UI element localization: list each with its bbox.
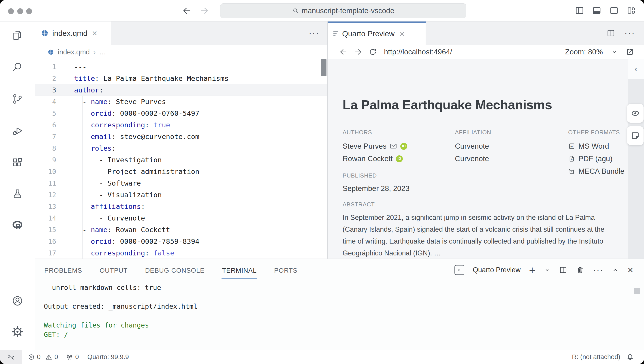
- terminal-process-icon: [454, 265, 464, 275]
- code-line[interactable]: 6 corresponding: true: [35, 119, 327, 131]
- panel-tab-terminal[interactable]: TERMINAL: [222, 261, 257, 279]
- history-back-button[interactable]: [182, 6, 192, 16]
- line-number: 16: [35, 237, 56, 245]
- r-extension-icon[interactable]: R: [12, 219, 23, 231]
- split-editor-icon[interactable]: [606, 29, 615, 38]
- code-line[interactable]: 13 affiliations:: [35, 201, 327, 212]
- editor-more-actions-icon[interactable]: ···: [308, 28, 319, 39]
- maximize-panel-icon[interactable]: [612, 266, 619, 273]
- history-forward-button[interactable]: [200, 6, 210, 16]
- code-line[interactable]: 16 orcid: 0000-0002-7859-8394: [35, 235, 327, 247]
- code-line[interactable]: 14 - Curvenote: [35, 212, 327, 224]
- source-control-icon[interactable]: [12, 93, 23, 105]
- preview-refresh-icon[interactable]: [368, 48, 377, 56]
- preview-forward-icon[interactable]: [354, 48, 362, 56]
- preview-url-bar: http://localhost:4964/ Zoom: 80%: [328, 45, 644, 59]
- code-text: - Visualization: [74, 189, 162, 201]
- code-line[interactable]: 12 - Visualization: [35, 189, 327, 201]
- code-line[interactable]: 3author:: [35, 84, 327, 96]
- format-link[interactable]: MECA Bundle: [578, 167, 624, 176]
- orcid-icon[interactable]: iD: [400, 143, 407, 150]
- preview-url[interactable]: http://localhost:4964/: [384, 48, 452, 56]
- new-terminal-icon[interactable]: +: [529, 264, 535, 276]
- line-number: 7: [35, 133, 56, 141]
- terminal-dropdown-icon[interactable]: [544, 267, 550, 273]
- testing-icon[interactable]: [12, 188, 23, 200]
- warning-count: 0: [54, 353, 58, 361]
- panel-tabs: PROBLEMSOUTPUTDEBUG CONSOLETERMINALPORTS: [44, 259, 298, 281]
- breadcrumb[interactable]: index.qmd › …: [48, 45, 106, 60]
- quarto-version-status[interactable]: Quarto: 99.9.9: [87, 353, 129, 361]
- code-line[interactable]: 5 orcid: 0000-0002-0760-5497: [35, 108, 327, 119]
- breadcrumb-file[interactable]: index.qmd: [58, 48, 90, 56]
- window-maximize-button[interactable]: [26, 8, 32, 14]
- code-line[interactable]: 8 roles:: [35, 142, 327, 154]
- code-lines: 1---2title: La Palma Earthquake Mechanis…: [35, 61, 327, 259]
- code-line[interactable]: 17 corresponding: false: [35, 247, 327, 259]
- panel-tab-problems[interactable]: PROBLEMS: [44, 261, 82, 279]
- line-number: 5: [35, 110, 56, 117]
- search-view-icon[interactable]: [12, 61, 23, 73]
- toggle-secondary-sidebar-icon[interactable]: [609, 6, 619, 15]
- tab-close-icon[interactable]: ×: [398, 29, 406, 38]
- kill-terminal-icon[interactable]: [576, 266, 584, 274]
- editor-scrollbar[interactable]: [321, 59, 326, 76]
- code-line[interactable]: 1---: [35, 61, 327, 73]
- window-minimize-button[interactable]: [17, 8, 23, 14]
- format-link[interactable]: MS Word: [578, 142, 609, 150]
- orcid-icon[interactable]: iD: [396, 155, 403, 162]
- code-text: - Software: [74, 177, 141, 189]
- code-line[interactable]: 2title: La Palma Earthquake Mechanisms: [35, 73, 327, 84]
- code-line[interactable]: 9 - Investigation: [35, 154, 327, 166]
- feedback-status[interactable]: 0: [66, 353, 79, 361]
- indent-guide: [82, 96, 82, 259]
- close-panel-icon[interactable]: ×: [628, 265, 633, 275]
- editor-tab-bar: index.qmd × ···: [35, 22, 327, 45]
- toggle-primary-sidebar-icon[interactable]: [575, 6, 584, 15]
- explorer-icon[interactable]: [12, 30, 23, 41]
- code-line[interactable]: 10 - Project administration: [35, 166, 327, 177]
- terminal-output[interactable]: unroll-markdown-cells: true Output creat…: [44, 283, 626, 348]
- panel-tab-debug-console[interactable]: DEBUG CONSOLE: [144, 261, 205, 279]
- terminal-session-name[interactable]: Quarto Preview: [473, 266, 521, 274]
- code-text: - name: Rowan Cockett: [74, 224, 170, 235]
- window-close-button[interactable]: [8, 8, 14, 14]
- tab-index-qmd[interactable]: index.qmd ×: [35, 22, 111, 45]
- chevron-down-icon[interactable]: [610, 48, 618, 56]
- split-terminal-icon[interactable]: [559, 266, 568, 274]
- open-external-icon[interactable]: [626, 48, 634, 56]
- terminal-scrollbar[interactable]: [634, 288, 640, 294]
- run-debug-icon[interactable]: [12, 125, 23, 137]
- status-bar: 0 0 0 Quarto: 99.9.9 R: (not attached): [0, 350, 644, 364]
- command-center-search[interactable]: manuscript-template-vscode: [220, 3, 466, 18]
- notifications-bell-icon[interactable]: [626, 353, 634, 361]
- panel-more-actions-icon[interactable]: ···: [593, 265, 603, 275]
- problems-status[interactable]: 0 0: [28, 353, 58, 361]
- eye-icon[interactable]: [627, 104, 644, 123]
- port-count: 0: [75, 353, 79, 361]
- line-number: 9: [35, 156, 56, 164]
- preview-back-icon[interactable]: [339, 48, 348, 56]
- r-status[interactable]: R: (not attached): [572, 353, 620, 361]
- code-editor[interactable]: 1---2title: La Palma Earthquake Mechanis…: [35, 61, 327, 259]
- remote-indicator[interactable]: [0, 350, 22, 364]
- code-line[interactable]: 15 - name: Rowan Cockett: [35, 224, 327, 235]
- panel-tab-ports[interactable]: PORTS: [274, 261, 298, 279]
- email-icon[interactable]: [390, 142, 397, 150]
- breadcrumb-more[interactable]: …: [99, 48, 106, 56]
- code-line[interactable]: 11 - Software: [35, 177, 327, 189]
- code-line[interactable]: 7 email: steve@curvenote.com: [35, 131, 327, 142]
- panel-tab-output[interactable]: OUTPUT: [99, 261, 128, 279]
- code-line[interactable]: 4 - name: Steve Purves: [35, 96, 327, 108]
- line-number: 12: [35, 191, 56, 199]
- preview-more-actions-icon[interactable]: ···: [624, 28, 635, 39]
- format-link[interactable]: PDF (agu): [578, 154, 612, 163]
- collapse-panel-icon[interactable]: ‹: [628, 59, 644, 79]
- account-icon[interactable]: [12, 295, 23, 307]
- extensions-icon[interactable]: [12, 157, 23, 168]
- customize-layout-icon[interactable]: [626, 6, 636, 15]
- tab-quarto-preview[interactable]: Quarto Preview ×: [328, 22, 426, 45]
- tab-close-icon[interactable]: ×: [91, 29, 98, 38]
- settings-gear-icon[interactable]: [12, 326, 23, 337]
- toggle-panel-icon[interactable]: [592, 6, 602, 15]
